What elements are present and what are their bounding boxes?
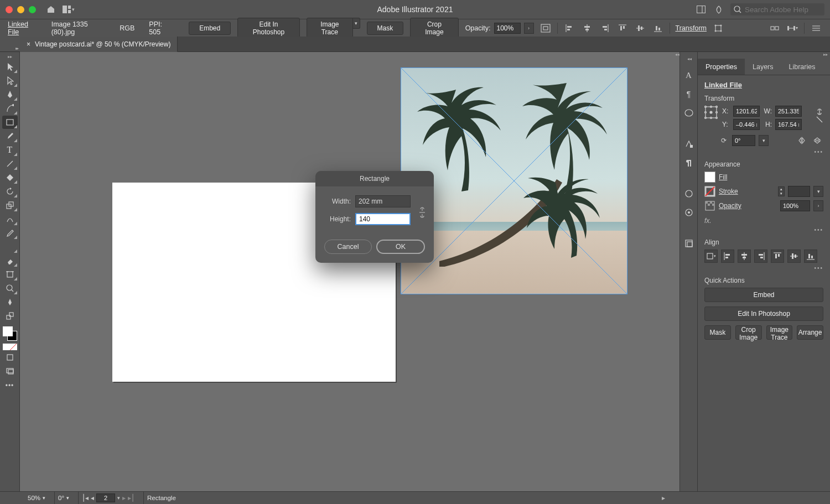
artboards-panel-icon[interactable] bbox=[682, 237, 696, 250]
h-input[interactable] bbox=[775, 119, 802, 130]
snap-icon[interactable] bbox=[769, 22, 781, 34]
artboard-tool[interactable] bbox=[2, 268, 18, 281]
draw-mode-icon[interactable] bbox=[2, 351, 18, 364]
height-input[interactable] bbox=[355, 213, 411, 225]
scale-tool[interactable] bbox=[2, 199, 18, 212]
align-bottom-icon[interactable] bbox=[652, 22, 664, 34]
angle-input[interactable] bbox=[732, 135, 755, 146]
image-trace-dropdown[interactable]: ▾ bbox=[353, 18, 360, 29]
home-icon[interactable] bbox=[45, 3, 57, 15]
artboard-number[interactable] bbox=[96, 493, 115, 502]
cancel-button[interactable]: Cancel bbox=[324, 240, 372, 254]
shape-builder-tool[interactable] bbox=[2, 171, 18, 184]
panel-align-right-icon[interactable] bbox=[754, 250, 767, 263]
width-tool[interactable] bbox=[2, 212, 18, 226]
swap-fill-stroke[interactable] bbox=[2, 309, 18, 323]
edit-in-photoshop-button[interactable]: Edit In Photoshop bbox=[237, 18, 300, 39]
canvas[interactable]: ◂◂ Rectangle Width: Height: bbox=[20, 52, 679, 491]
para-styles-panel-icon[interactable] bbox=[682, 156, 696, 169]
gradient-tool[interactable] bbox=[2, 240, 18, 253]
tab-libraries[interactable]: Libraries bbox=[781, 59, 823, 75]
placed-image[interactable] bbox=[401, 67, 627, 294]
zoom-tool[interactable] bbox=[2, 282, 18, 295]
appearance-panel-icon[interactable] bbox=[682, 187, 696, 200]
brush-tool[interactable] bbox=[2, 129, 18, 143]
mask-button[interactable]: Mask bbox=[367, 22, 404, 35]
panel-align-bottom-icon[interactable] bbox=[804, 250, 817, 263]
distribute-icon[interactable]: ▾ bbox=[786, 22, 798, 34]
rectangle-tool[interactable] bbox=[2, 116, 18, 129]
rotation-angle[interactable]: 0° bbox=[58, 495, 64, 501]
fill-stroke-swatch[interactable] bbox=[3, 326, 17, 341]
ok-button[interactable]: OK bbox=[376, 240, 425, 254]
window-close-button[interactable] bbox=[6, 6, 13, 13]
line-tool[interactable] bbox=[2, 157, 18, 170]
char-styles-panel-icon[interactable] bbox=[682, 137, 696, 150]
stroke-weight-dropdown[interactable]: ▾ bbox=[813, 186, 823, 197]
align-hcenter-icon[interactable] bbox=[581, 22, 593, 34]
qa-edit-in-button[interactable]: Edit In Photoshop bbox=[704, 306, 823, 321]
align-to-icon[interactable]: ▾ bbox=[704, 250, 718, 263]
document-tab[interactable]: × Vintage postcard.ai* @ 50 % (CMYK/Prev… bbox=[20, 37, 178, 52]
rotation-dropdown[interactable]: ▾ bbox=[66, 495, 69, 501]
flip-h-icon[interactable] bbox=[796, 134, 808, 147]
align-right-icon[interactable] bbox=[599, 22, 611, 34]
crop-image-button[interactable]: Crop Image bbox=[410, 18, 458, 39]
y-input[interactable] bbox=[733, 119, 760, 130]
hand-tool-pin[interactable] bbox=[2, 295, 18, 309]
image-trace-button[interactable]: Image Trace bbox=[307, 18, 353, 39]
prev-artboard-icon[interactable]: ◂ bbox=[91, 494, 94, 502]
qa-arrange-button[interactable]: Arrange bbox=[797, 325, 823, 340]
zoom-dropdown[interactable]: ▾ bbox=[43, 495, 45, 501]
tab-properties[interactable]: Properties bbox=[698, 59, 745, 75]
panel-align-hcenter-icon[interactable] bbox=[738, 250, 751, 263]
eyedropper-tool[interactable] bbox=[2, 226, 18, 240]
menu-icon[interactable] bbox=[810, 22, 822, 34]
stroke-label[interactable]: Stroke bbox=[719, 188, 738, 195]
transform-handles-icon[interactable] bbox=[712, 22, 724, 34]
opacity-panel-label[interactable]: Opacity bbox=[719, 202, 741, 210]
screen-mode-icon[interactable] bbox=[2, 365, 18, 378]
window-max-button[interactable] bbox=[29, 6, 36, 13]
status-play-icon[interactable]: ▸ bbox=[662, 494, 665, 502]
align-left-icon[interactable] bbox=[563, 22, 575, 34]
qa-mask-button[interactable]: Mask bbox=[704, 325, 731, 340]
opacity-panel-dropdown[interactable]: › bbox=[813, 200, 823, 211]
flip-v-icon[interactable] bbox=[811, 134, 823, 147]
eraser-tool[interactable] bbox=[2, 254, 18, 267]
fx-icon[interactable]: fx. bbox=[704, 217, 712, 225]
align-vcenter-icon[interactable] bbox=[634, 22, 646, 34]
pen-tool[interactable] bbox=[2, 88, 18, 101]
next-artboard-icon[interactable]: ▸ bbox=[122, 494, 126, 502]
fill-label[interactable]: Fill bbox=[719, 173, 727, 181]
reference-point-icon[interactable] bbox=[704, 106, 718, 119]
workspace-icon[interactable] bbox=[695, 3, 707, 15]
panel-align-top-icon[interactable] bbox=[771, 250, 784, 263]
angle-dropdown[interactable]: ▾ bbox=[759, 135, 769, 146]
fill-swatch[interactable] bbox=[704, 172, 715, 183]
opacity-panel-input[interactable] bbox=[780, 200, 810, 211]
qa-embed-button[interactable]: Embed bbox=[704, 288, 823, 302]
window-min-button[interactable] bbox=[17, 6, 24, 13]
curvature-tool[interactable] bbox=[2, 102, 18, 115]
character-panel-icon[interactable]: A bbox=[682, 69, 696, 82]
selection-type-label[interactable]: Linked File bbox=[8, 20, 37, 36]
transform-more[interactable]: ••• bbox=[704, 149, 823, 155]
paragraph-panel-icon[interactable]: ¶ bbox=[682, 87, 696, 101]
lock-aspect-icon[interactable] bbox=[816, 106, 823, 128]
search-help-input[interactable] bbox=[730, 3, 824, 15]
width-input[interactable] bbox=[355, 195, 411, 207]
opentype-panel-icon[interactable] bbox=[682, 106, 696, 119]
qa-image-trace-button[interactable]: Image Trace bbox=[766, 325, 793, 340]
embed-button[interactable]: Embed bbox=[189, 22, 231, 35]
panel-align-left-icon[interactable] bbox=[721, 250, 734, 263]
align-top-icon[interactable] bbox=[616, 22, 629, 34]
artboard-dropdown[interactable]: ▾ bbox=[117, 495, 120, 501]
selection-type[interactable]: Linked File bbox=[704, 81, 823, 89]
layers-panel-icon[interactable] bbox=[682, 206, 696, 219]
opacity-input[interactable] bbox=[494, 23, 521, 34]
x-input[interactable] bbox=[733, 106, 760, 117]
rotate-tool[interactable] bbox=[2, 185, 18, 198]
w-input[interactable] bbox=[775, 106, 802, 117]
edit-toolbar-icon[interactable]: ••• bbox=[6, 382, 14, 389]
